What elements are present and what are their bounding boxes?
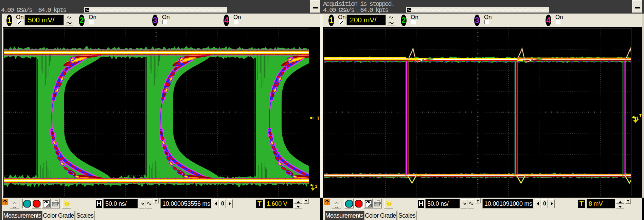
svg-text:T: T [639, 113, 642, 118]
svg-text:1: 1 [636, 116, 639, 121]
svg-text:T: T [317, 115, 320, 121]
svg-text:1: 1 [315, 184, 317, 189]
